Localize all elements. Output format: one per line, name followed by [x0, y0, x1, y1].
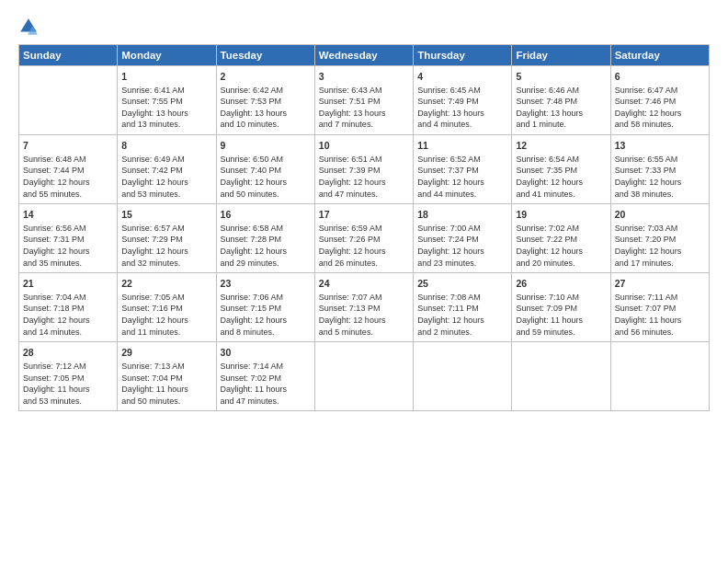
cell-info: Sunrise: 6:47 AM Sunset: 7:46 PM Dayligh…: [615, 85, 705, 131]
day-number: 19: [516, 208, 606, 222]
day-number: 30: [221, 346, 311, 360]
calendar-cell: 11Sunrise: 6:52 AM Sunset: 7:37 PM Dayli…: [414, 135, 512, 204]
day-number: 11: [417, 139, 507, 153]
calendar-cell: 6Sunrise: 6:47 AM Sunset: 7:46 PM Daylig…: [610, 66, 709, 135]
cell-info: Sunrise: 6:59 AM Sunset: 7:26 PM Dayligh…: [319, 223, 409, 269]
day-number: 10: [319, 139, 409, 153]
cell-info: Sunrise: 7:02 AM Sunset: 7:22 PM Dayligh…: [516, 223, 606, 269]
day-number: 12: [516, 139, 606, 153]
cell-info: Sunrise: 7:11 AM Sunset: 7:07 PM Dayligh…: [615, 292, 705, 338]
cell-info: Sunrise: 6:50 AM Sunset: 7:40 PM Dayligh…: [221, 154, 311, 200]
calendar-cell: 15Sunrise: 6:57 AM Sunset: 7:29 PM Dayli…: [118, 204, 216, 273]
day-number: 3: [319, 70, 409, 84]
cell-info: Sunrise: 6:55 AM Sunset: 7:33 PM Dayligh…: [615, 154, 705, 200]
day-header-saturday: Saturday: [610, 45, 709, 66]
cell-info: Sunrise: 6:42 AM Sunset: 7:53 PM Dayligh…: [221, 85, 311, 131]
cell-info: Sunrise: 7:00 AM Sunset: 7:24 PM Dayligh…: [417, 223, 507, 269]
calendar-cell: 21Sunrise: 7:04 AM Sunset: 7:18 PM Dayli…: [19, 273, 118, 342]
day-number: 26: [516, 277, 606, 291]
logo: [18, 17, 42, 37]
calendar-cell: 10Sunrise: 6:51 AM Sunset: 7:39 PM Dayli…: [314, 135, 413, 204]
calendar-cell: [314, 342, 413, 411]
logo-icon: [18, 17, 39, 37]
day-header-tuesday: Tuesday: [216, 45, 314, 66]
day-number: 1: [121, 70, 211, 84]
calendar-cell: 30Sunrise: 7:14 AM Sunset: 7:02 PM Dayli…: [216, 342, 314, 411]
calendar-cell: 28Sunrise: 7:12 AM Sunset: 7:05 PM Dayli…: [19, 342, 118, 411]
cell-info: Sunrise: 7:07 AM Sunset: 7:13 PM Dayligh…: [319, 292, 409, 338]
day-header-sunday: Sunday: [19, 45, 118, 66]
calendar-cell: 19Sunrise: 7:02 AM Sunset: 7:22 PM Dayli…: [512, 204, 610, 273]
day-number: 9: [221, 139, 311, 153]
day-header-wednesday: Wednesday: [314, 45, 413, 66]
calendar-cell: 9Sunrise: 6:50 AM Sunset: 7:40 PM Daylig…: [216, 135, 314, 204]
calendar-cell: [19, 66, 118, 135]
calendar-cell: 1Sunrise: 6:41 AM Sunset: 7:55 PM Daylig…: [118, 66, 216, 135]
cell-info: Sunrise: 7:12 AM Sunset: 7:05 PM Dayligh…: [23, 361, 113, 407]
day-number: 15: [121, 208, 211, 222]
cell-info: Sunrise: 6:56 AM Sunset: 7:31 PM Dayligh…: [23, 223, 113, 269]
day-number: 27: [615, 277, 705, 291]
calendar-table: SundayMondayTuesdayWednesdayThursdayFrid…: [18, 44, 710, 411]
cell-info: Sunrise: 6:58 AM Sunset: 7:28 PM Dayligh…: [221, 223, 311, 269]
day-number: 2: [221, 70, 311, 84]
week-row-3: 21Sunrise: 7:04 AM Sunset: 7:18 PM Dayli…: [19, 273, 710, 342]
day-number: 7: [23, 139, 113, 153]
day-number: 16: [221, 208, 311, 222]
cell-info: Sunrise: 6:41 AM Sunset: 7:55 PM Dayligh…: [121, 85, 211, 131]
calendar-cell: 16Sunrise: 6:58 AM Sunset: 7:28 PM Dayli…: [216, 204, 314, 273]
day-number: 23: [221, 277, 311, 291]
day-number: 24: [319, 277, 409, 291]
cell-info: Sunrise: 7:10 AM Sunset: 7:09 PM Dayligh…: [516, 292, 606, 338]
calendar-cell: 25Sunrise: 7:08 AM Sunset: 7:11 PM Dayli…: [414, 273, 512, 342]
week-row-0: 1Sunrise: 6:41 AM Sunset: 7:55 PM Daylig…: [19, 66, 710, 135]
day-number: 18: [417, 208, 507, 222]
day-number: 22: [121, 277, 211, 291]
day-header-monday: Monday: [118, 45, 216, 66]
day-number: 14: [23, 208, 113, 222]
day-number: 21: [23, 277, 113, 291]
calendar-cell: 4Sunrise: 6:45 AM Sunset: 7:49 PM Daylig…: [414, 66, 512, 135]
day-number: 4: [417, 70, 507, 84]
day-header-thursday: Thursday: [414, 45, 512, 66]
calendar-cell: [512, 342, 610, 411]
cell-info: Sunrise: 6:54 AM Sunset: 7:35 PM Dayligh…: [516, 154, 606, 200]
cell-info: Sunrise: 6:57 AM Sunset: 7:29 PM Dayligh…: [121, 223, 211, 269]
day-number: 8: [121, 139, 211, 153]
calendar-cell: 12Sunrise: 6:54 AM Sunset: 7:35 PM Dayli…: [512, 135, 610, 204]
calendar-cell: 23Sunrise: 7:06 AM Sunset: 7:15 PM Dayli…: [216, 273, 314, 342]
cell-info: Sunrise: 6:51 AM Sunset: 7:39 PM Dayligh…: [319, 154, 409, 200]
week-row-2: 14Sunrise: 6:56 AM Sunset: 7:31 PM Dayli…: [19, 204, 710, 273]
calendar-cell: 17Sunrise: 6:59 AM Sunset: 7:26 PM Dayli…: [314, 204, 413, 273]
calendar-cell: [414, 342, 512, 411]
cell-info: Sunrise: 7:06 AM Sunset: 7:15 PM Dayligh…: [221, 292, 311, 338]
calendar-cell: 18Sunrise: 7:00 AM Sunset: 7:24 PM Dayli…: [414, 204, 512, 273]
cell-info: Sunrise: 7:08 AM Sunset: 7:11 PM Dayligh…: [417, 292, 507, 338]
calendar-cell: 14Sunrise: 6:56 AM Sunset: 7:31 PM Dayli…: [19, 204, 118, 273]
cell-info: Sunrise: 6:45 AM Sunset: 7:49 PM Dayligh…: [417, 85, 507, 131]
cell-info: Sunrise: 7:04 AM Sunset: 7:18 PM Dayligh…: [23, 292, 113, 338]
calendar-cell: 2Sunrise: 6:42 AM Sunset: 7:53 PM Daylig…: [216, 66, 314, 135]
day-number: 25: [417, 277, 507, 291]
day-number: 29: [121, 346, 211, 360]
day-number: 6: [615, 70, 705, 84]
calendar-cell: 7Sunrise: 6:48 AM Sunset: 7:44 PM Daylig…: [19, 135, 118, 204]
week-row-1: 7Sunrise: 6:48 AM Sunset: 7:44 PM Daylig…: [19, 135, 710, 204]
header-row: SundayMondayTuesdayWednesdayThursdayFrid…: [19, 45, 710, 66]
cell-info: Sunrise: 7:05 AM Sunset: 7:16 PM Dayligh…: [121, 292, 211, 338]
cell-info: Sunrise: 6:52 AM Sunset: 7:37 PM Dayligh…: [417, 154, 507, 200]
cell-info: Sunrise: 7:13 AM Sunset: 7:04 PM Dayligh…: [121, 361, 211, 407]
calendar-cell: 20Sunrise: 7:03 AM Sunset: 7:20 PM Dayli…: [610, 204, 709, 273]
calendar-cell: 5Sunrise: 6:46 AM Sunset: 7:48 PM Daylig…: [512, 66, 610, 135]
calendar-cell: 27Sunrise: 7:11 AM Sunset: 7:07 PM Dayli…: [610, 273, 709, 342]
cell-info: Sunrise: 7:03 AM Sunset: 7:20 PM Dayligh…: [615, 223, 705, 269]
day-number: 20: [615, 208, 705, 222]
calendar-cell: 8Sunrise: 6:49 AM Sunset: 7:42 PM Daylig…: [118, 135, 216, 204]
calendar-cell: 13Sunrise: 6:55 AM Sunset: 7:33 PM Dayli…: [610, 135, 709, 204]
calendar-cell: 26Sunrise: 7:10 AM Sunset: 7:09 PM Dayli…: [512, 273, 610, 342]
calendar-cell: 29Sunrise: 7:13 AM Sunset: 7:04 PM Dayli…: [118, 342, 216, 411]
calendar-cell: [610, 342, 709, 411]
calendar-cell: 22Sunrise: 7:05 AM Sunset: 7:16 PM Dayli…: [118, 273, 216, 342]
day-number: 17: [319, 208, 409, 222]
day-number: 13: [615, 139, 705, 153]
